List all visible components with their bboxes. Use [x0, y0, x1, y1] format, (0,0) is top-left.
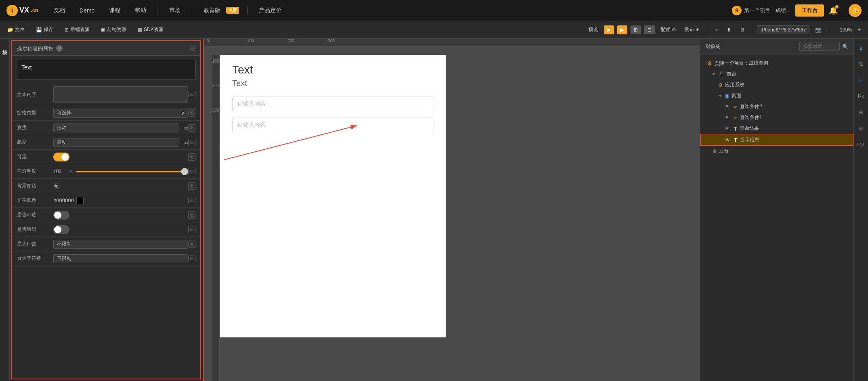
monitor-btn[interactable]: 🖥: [737, 25, 747, 34]
backend-res-button[interactable]: ⊞ 后端资源: [62, 25, 92, 35]
grid-button[interactable]: ⊞: [631, 25, 641, 34]
copy-text-color[interactable]: ⧉: [188, 197, 195, 204]
nav-edu[interactable]: 教育版: [200, 5, 224, 16]
pause-btn[interactable]: ⏸: [724, 25, 734, 34]
copy-bg-color[interactable]: ⧉: [188, 182, 195, 190]
minus-btn[interactable]: —: [827, 25, 836, 34]
sdk-res-button[interactable]: ▦ SDK资源: [135, 25, 166, 35]
tree-item-result[interactable]: 👁 T 查询结果: [700, 123, 853, 134]
copy-space-type[interactable]: ⧉: [188, 109, 195, 117]
max-chars-input[interactable]: [53, 254, 188, 263]
zoom-label: 100%: [840, 27, 852, 33]
search-input[interactable]: [799, 42, 840, 51]
save-label: 保存: [44, 26, 53, 33]
rt-layers-icon[interactable]: ⧉: [855, 58, 867, 69]
collapse-panel[interactable]: 小模块: [0, 39, 10, 381]
align-btn[interactable]: ⊨: [712, 25, 721, 34]
tree-arrow-pages: ▼: [718, 94, 722, 98]
phone-frame: Text Text 请输入内容 请输入内容: [220, 55, 446, 337]
nav-course[interactable]: 课程: [106, 5, 124, 16]
prop-label-decode: 是否解码: [17, 226, 53, 233]
nav-help[interactable]: 帮助: [132, 5, 149, 16]
decode-toggle[interactable]: [53, 225, 69, 234]
copy-selectable[interactable]: ⧉: [188, 211, 195, 219]
text-color-swatch[interactable]: [76, 197, 84, 204]
prop-value-height: px: [53, 138, 188, 147]
prop-row-text-color: 文字颜色 #000000 ⧉: [12, 193, 200, 208]
height-input[interactable]: [53, 138, 179, 147]
tree-arrow-frontend: ▼: [712, 72, 716, 76]
nav-demo[interactable]: Demo: [76, 6, 98, 15]
tree-item-query1[interactable]: 👁 ✏ 查询条件1: [700, 112, 853, 123]
nav-pricing[interactable]: 产品定价: [256, 5, 285, 16]
ruler-horizontal: 0 100 200 300: [204, 39, 700, 47]
tree-item-hint[interactable]: 👁 T 提示信息: [700, 134, 853, 146]
width-unit: px: [183, 126, 188, 130]
rt-sql-icon[interactable]: SQL: [855, 139, 867, 150]
avatar-button[interactable]: 😊: [849, 4, 862, 17]
deploy-button[interactable]: 发布 ✈: [682, 25, 702, 35]
copy-width[interactable]: ⧉: [188, 124, 195, 132]
config-button[interactable]: 配置 ⚙: [658, 25, 679, 35]
device-selector[interactable]: iPhone6/7/8 375*667: [757, 25, 809, 34]
rt-grid-icon[interactable]: ⊞: [855, 107, 867, 118]
copy-opacity[interactable]: ⧉: [188, 168, 195, 175]
tree-item-app-system[interactable]: ⚙ 应用系统: [700, 80, 853, 90]
plus-btn[interactable]: +: [855, 25, 863, 34]
copy-text-content[interactable]: ⧉: [188, 91, 195, 98]
frontend-res-button[interactable]: ▣ 前端资源: [99, 25, 129, 35]
copy-decode[interactable]: ⧉: [188, 226, 195, 233]
logo[interactable]: i VX .cn: [6, 5, 38, 16]
save-button[interactable]: 💾 保存: [34, 25, 56, 35]
tree-item-project[interactable]: ⚙ [9]第一个项目：成绩查询: [700, 58, 853, 69]
play-button[interactable]: ▶: [604, 25, 614, 34]
eye-icon-query2[interactable]: 👁: [725, 104, 729, 110]
opacity-slider-fill: [76, 171, 188, 172]
prop-value-text-content[interactable]: [53, 86, 188, 103]
max-lines-input[interactable]: [53, 240, 188, 249]
nav-divider2: [192, 6, 192, 15]
object-tree-panel: 对象树 🔍 ⚙ [9]第一个项目：成绩查询 ▼ 📱 前台 ⚙ 应用系统: [700, 39, 853, 381]
eye-icon-query1[interactable]: 👁: [725, 115, 729, 121]
tree-item-backend[interactable]: 🖥 后台: [700, 146, 853, 157]
frontend-label: 前端资源: [107, 26, 126, 33]
space-type-select[interactable]: 请选择 ∨: [53, 108, 188, 118]
rt-fx-icon[interactable]: Fx: [855, 90, 867, 102]
copy-max-chars[interactable]: ⧉: [188, 255, 195, 262]
deploy-icon: ✈: [696, 27, 700, 33]
rt-settings-icon[interactable]: ⚙: [855, 123, 867, 134]
rt-blue-icon[interactable]: F: [855, 74, 867, 86]
selectable-toggle[interactable]: [53, 211, 69, 220]
copy-max-lines[interactable]: ⧉: [188, 241, 195, 248]
workbench-button[interactable]: 工作台: [795, 4, 824, 17]
nav-market[interactable]: 市场: [166, 5, 184, 16]
width-input[interactable]: [53, 124, 179, 132]
visible-toggle[interactable]: [53, 153, 69, 161]
tree-item-frontend[interactable]: ▼ 📱 前台: [700, 69, 853, 80]
tree-item-query2[interactable]: 👁 ✏ 查询条件2: [700, 101, 853, 112]
help-button[interactable]: ?: [56, 45, 63, 52]
props-menu-button[interactable]: ☰: [190, 44, 195, 52]
nav-docs[interactable]: 文档: [50, 5, 68, 16]
project-button[interactable]: 8 第一个项目：成绩...: [732, 6, 790, 15]
play2-button[interactable]: ▶: [617, 25, 627, 34]
opacity-slider-thumb[interactable]: [181, 168, 188, 175]
prop-row-opacity: 不透明度 100 % ⧉: [12, 164, 200, 179]
eye-icon-result[interactable]: 👁: [725, 126, 729, 132]
tree-label-project: [9]第一个项目：成绩查询: [715, 60, 849, 67]
tree-item-pages[interactable]: ▼ ▣ 页面: [700, 90, 853, 101]
canvas-text-1: Text: [232, 63, 433, 76]
copy-height[interactable]: ⧉: [188, 139, 195, 146]
opacity-slider-track[interactable]: [76, 171, 188, 172]
project-icon-tree: ⚙: [707, 60, 712, 67]
file-button[interactable]: 📁 文件: [5, 25, 27, 35]
preview-text-btn[interactable]: 预览: [586, 25, 601, 35]
notification-button[interactable]: 🔔: [829, 6, 838, 15]
rt-info-icon[interactable]: ℹ: [855, 42, 867, 53]
grid2-button[interactable]: ⊟: [644, 25, 655, 34]
text-content-input[interactable]: [53, 86, 188, 103]
eye-icon-hint[interactable]: 👁: [725, 137, 730, 143]
copy-visible[interactable]: ⧉: [188, 153, 195, 161]
camera-btn[interactable]: 📷: [813, 25, 824, 34]
search-icon[interactable]: 🔍: [842, 44, 849, 50]
